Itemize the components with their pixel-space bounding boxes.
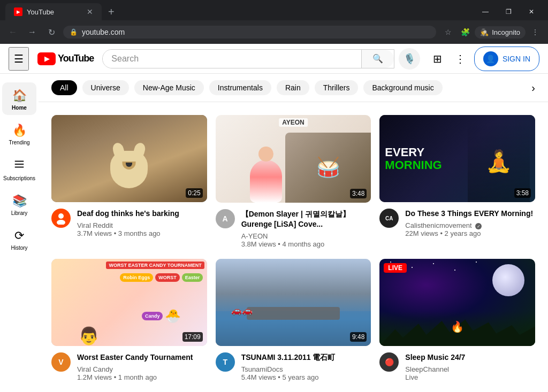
duration-badge: 3:48	[350, 189, 367, 198]
chip-all[interactable]: All	[51, 80, 77, 95]
video-card[interactable]: 👨 Robin Eggs WORST Easter Candy 🐣	[51, 259, 207, 381]
tab-title: YouTube	[27, 8, 54, 16]
browser-chrome: ▶ YouTube ✕ + — ❐ ✕ ← → ↻ 🔒 youtube.com …	[0, 0, 548, 44]
sign-in-button[interactable]: 👤 SIGN IN	[474, 47, 539, 71]
video-title: Do These 3 Things EVERY Morning!	[405, 209, 535, 219]
video-info: Deaf dog thinks he's barking Viral Reddi…	[51, 209, 207, 237]
close-button[interactable]: ✕	[520, 4, 543, 20]
lock-icon: 🔒	[70, 28, 78, 36]
video-title: Deaf dog thinks he's barking	[77, 209, 207, 219]
tab-close-button[interactable]: ✕	[87, 7, 93, 16]
extensions-button[interactable]: 🧩	[458, 25, 473, 40]
channel-avatar	[51, 209, 71, 228]
video-stats: 5.4M views • 5 years ago	[241, 373, 371, 381]
subscriptions-icon	[13, 158, 25, 173]
incognito-badge: 🕵️ Incognito	[475, 26, 526, 39]
chip-thrillers[interactable]: Thrillers	[315, 80, 359, 95]
search-button[interactable]: 🔍	[361, 50, 394, 68]
sidebar-item-home[interactable]: 🏠 Home	[2, 82, 36, 115]
video-stats: 22M views • 2 years ago	[405, 229, 535, 237]
chip-new-age-music[interactable]: New-Age Music	[134, 80, 204, 95]
video-title: TSUNAMI 3.11.2011 電石町	[241, 352, 371, 363]
video-stats: 3.8M views • 4 months ago	[241, 240, 371, 248]
incognito-icon: 🕵️	[480, 28, 489, 36]
hamburger-menu-button[interactable]: ☰	[9, 47, 29, 71]
forward-button[interactable]: →	[25, 25, 40, 40]
channel-avatar: A	[216, 209, 235, 228]
video-stats: 1.2M views • 1 month ago	[77, 373, 207, 381]
video-title: 【Demon Slayer | 귀멸의칼날】 Gurenge [LiSA] Co…	[241, 209, 371, 230]
address-bar[interactable]: 🔒 youtube.com	[63, 26, 436, 39]
video-meta: TSUNAMI 3.11.2011 電石町 TsunamiDocs 5.4M v…	[241, 352, 371, 381]
reload-button[interactable]: ↻	[44, 25, 59, 40]
sidebar-item-trending[interactable]: 🔥 Trending	[2, 117, 36, 150]
menu-button[interactable]: ⋮	[528, 25, 543, 40]
duration-badge: 9:48	[350, 332, 367, 342]
video-grid: 0:25 Deaf dog thinks he's barking Viral …	[51, 115, 535, 381]
header-actions: ⊞ ⋮ 👤 SIGN IN	[429, 47, 539, 71]
chip-background-music[interactable]: Background music	[363, 80, 442, 95]
video-card[interactable]: 0:25 Deaf dog thinks he's barking Viral …	[51, 115, 207, 248]
sidebar-item-history[interactable]: ⟳ History	[2, 222, 36, 255]
active-tab[interactable]: ▶ YouTube ✕	[5, 3, 102, 20]
library-icon: 📚	[12, 194, 27, 208]
incognito-label: Incognito	[492, 28, 520, 36]
video-thumbnail: EVERY MORNING 🧘 3:58	[379, 115, 535, 202]
video-stats: Live	[405, 373, 535, 381]
video-channel: Calisthenicmovement	[405, 221, 535, 229]
back-button[interactable]: ←	[5, 25, 20, 40]
video-title: Sleep Music 24/7	[405, 352, 535, 363]
minimize-button[interactable]: —	[474, 4, 497, 20]
video-meta: Sleep Music 24/7 SleepChannel Live	[405, 352, 535, 381]
video-channel: Viral Reddit	[77, 221, 207, 229]
verified-icon	[475, 223, 482, 229]
sidebar-item-library[interactable]: 📚 Library	[2, 188, 36, 220]
sign-in-label: SIGN IN	[503, 55, 530, 63]
video-channel: Viral Candy	[77, 365, 207, 373]
video-card[interactable]: 🔥 LIVE 🔴 Sleep Music 24/7 SleepChannel	[379, 259, 535, 381]
video-info: A 【Demon Slayer | 귀멸의칼날】 Gurenge [LiSA] …	[216, 209, 371, 248]
apps-button[interactable]: ⊞	[429, 48, 446, 70]
main-content: 0:25 Deaf dog thinks he's barking Viral …	[39, 102, 548, 392]
sidebar-label-history: History	[11, 245, 27, 251]
search-input[interactable]	[103, 50, 361, 68]
thumbnail-inner: AYEON 🥁	[216, 115, 371, 203]
youtube-logo[interactable]: ▶ YouTube	[37, 52, 94, 65]
thumbnail-inner: EVERY MORNING 🧘	[379, 115, 535, 202]
bookmark-button[interactable]: ☆	[440, 25, 455, 40]
video-card[interactable]: EVERY MORNING 🧘 3:58	[379, 115, 535, 248]
thumbnail-inner	[51, 115, 207, 202]
chip-rain[interactable]: Rain	[277, 80, 309, 95]
video-thumbnail: AYEON 🥁	[216, 115, 371, 203]
filter-next-button[interactable]: ›	[531, 82, 535, 94]
video-channel: SleepChannel	[405, 365, 535, 373]
video-thumbnail: 🚗🚗 9:48	[216, 259, 371, 347]
sidebar-item-subscriptions[interactable]: Subscriptions	[2, 152, 36, 186]
video-card[interactable]: 🚗🚗 9:48 T TSUNAMI 3.11.2011 電石町 TsunamiD…	[216, 259, 371, 381]
video-meta: Do These 3 Things EVERY Morning! Calisth…	[405, 209, 535, 237]
sidebar-label-trending: Trending	[9, 140, 29, 145]
video-info: CA Do These 3 Things EVERY Morning! Cali…	[379, 209, 535, 237]
browser-actions: ☆ 🧩 🕵️ Incognito ⋮	[440, 25, 543, 40]
browser-controls: ← → ↻ 🔒 youtube.com ☆ 🧩 🕵️ Incognito ⋮	[0, 20, 548, 44]
svg-point-4	[57, 220, 65, 225]
history-icon: ⟳	[14, 229, 24, 243]
video-info: 🔴 Sleep Music 24/7 SleepChannel Live	[379, 352, 535, 381]
video-card[interactable]: AYEON 🥁	[216, 115, 371, 248]
youtube-header: ☰ ▶ YouTube 🔍 🎙️ ⊞ ⋮ 👤 SIGN IN	[0, 44, 548, 74]
video-thumbnail: 0:25	[51, 115, 207, 202]
yt-layout: 🏠 Home 🔥 Trending Subscriptions 📚	[0, 74, 548, 392]
sidebar: 🏠 Home 🔥 Trending Subscriptions 📚	[0, 74, 39, 392]
chip-universe[interactable]: Universe	[82, 80, 129, 95]
microphone-button[interactable]: 🎙️	[399, 48, 420, 70]
svg-point-3	[58, 213, 64, 219]
more-options-button[interactable]: ⋮	[451, 48, 470, 70]
channel-avatar: 🔴	[379, 352, 399, 372]
chip-instrumentals[interactable]: Instrumentals	[209, 80, 271, 95]
channel-avatar: V	[51, 352, 71, 372]
trending-icon: 🔥	[12, 124, 27, 137]
duration-badge: 3:58	[514, 188, 531, 198]
maximize-button[interactable]: ❐	[497, 4, 520, 20]
new-tab-button[interactable]: +	[104, 4, 119, 20]
filter-bar: All Universe New-Age Music Instrumentals…	[39, 74, 548, 102]
